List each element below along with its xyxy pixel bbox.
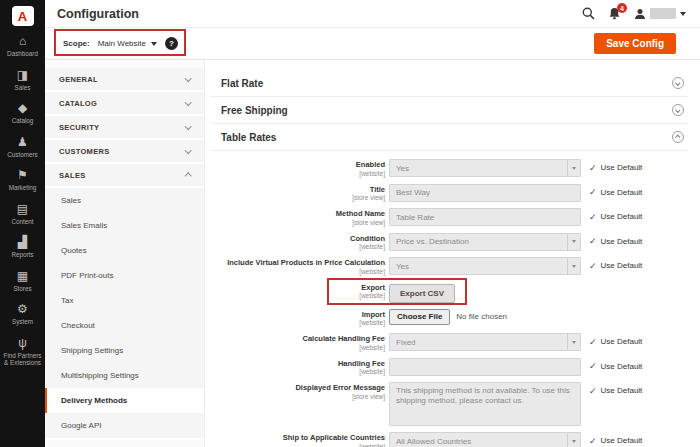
use-default-checkbox[interactable]: ✓ Use Default: [589, 233, 642, 246]
form-row-enabled: Enabled[website] Yes ✓ Use Default: [211, 159, 688, 178]
chevron-down-icon: [680, 12, 686, 16]
use-default-checkbox[interactable]: ✓ Use Default: [589, 432, 642, 445]
handling-fee-input[interactable]: [389, 358, 581, 376]
page-title: Configuration: [57, 7, 139, 21]
sidebar-item-sales[interactable]: ◨ Sales: [0, 64, 45, 98]
config-section-security[interactable]: SECURITY: [45, 116, 204, 140]
checkbox-checked-icon: ✓: [589, 338, 597, 346]
checkbox-checked-icon: ✓: [589, 262, 597, 270]
form-row-import: Import[website] Choose File No file chos…: [211, 309, 688, 328]
chevron-down-icon: [185, 99, 191, 105]
use-default-checkbox[interactable]: ✓ Use Default: [589, 358, 642, 371]
form-row-ship-to-applicable-countries: Ship to Applicable Countries[website] Al…: [211, 432, 688, 447]
section-table-rates[interactable]: Table Rates: [211, 124, 688, 151]
help-icon[interactable]: ?: [165, 37, 178, 50]
sidebar-item-system[interactable]: ⚙ System: [0, 298, 45, 332]
config-section-customers[interactable]: CUSTOMERS: [45, 140, 204, 164]
config-section-catalog[interactable]: CATALOG: [45, 92, 204, 116]
sales-subsections: Sales Sales Emails Quotes PDF Print-outs…: [45, 188, 204, 440]
top-header-bar: Configuration 4: [45, 0, 700, 28]
notification-badge: 4: [617, 3, 627, 13]
dashboard-icon: ⌂: [19, 35, 26, 48]
account-menu[interactable]: [634, 8, 686, 20]
save-config-button[interactable]: Save Config: [594, 33, 676, 54]
method-name-input[interactable]: Table Rate: [389, 208, 581, 226]
collapse-circle-icon: [672, 131, 684, 143]
chevron-down-icon: [567, 234, 580, 250]
chevron-down-icon: [676, 80, 681, 85]
adobe-logo[interactable]: A: [0, 0, 45, 30]
checkbox-checked-icon: ✓: [589, 437, 597, 445]
scope-bar: Scope: Main Website ? Save Config: [45, 28, 700, 60]
form-row-handling-fee: Handling Fee[website] ✓ Use Default: [211, 358, 688, 377]
config-section-general[interactable]: GENERAL: [45, 68, 204, 92]
chevron-down-icon: [567, 334, 580, 350]
condition-select[interactable]: Price vs. Destination: [389, 233, 581, 251]
config-item-google-api[interactable]: Google API: [45, 413, 204, 438]
chevron-down-icon: [151, 42, 157, 46]
section-flat-rate[interactable]: Flat Rate: [211, 70, 688, 97]
config-nav: GENERAL CATALOG SECURITY CUSTOMERS SALES…: [45, 60, 205, 447]
enabled-select[interactable]: Yes: [389, 159, 581, 177]
use-default-checkbox[interactable]: ✓ Use Default: [589, 184, 642, 197]
chevron-down-icon: [185, 123, 191, 129]
config-section-sales[interactable]: SALES: [45, 164, 204, 188]
config-item-sales[interactable]: Sales: [45, 188, 204, 213]
collapse-circle-icon: [672, 77, 684, 89]
include-virtual-products-select[interactable]: Yes: [389, 257, 581, 275]
use-default-checkbox[interactable]: ✓ Use Default: [589, 208, 642, 221]
use-default-checkbox[interactable]: ✓ Use Default: [589, 159, 642, 172]
adobe-logo-box: A: [12, 6, 34, 26]
config-item-tax[interactable]: Tax: [45, 288, 204, 313]
notifications-bell-icon[interactable]: 4: [608, 7, 621, 20]
sidebar-item-dashboard[interactable]: ⌂ Dashboard: [0, 30, 45, 64]
displayed-error-message-textarea[interactable]: This shipping method is not available. T…: [389, 382, 581, 426]
config-item-delivery-methods[interactable]: Delivery Methods: [45, 388, 204, 413]
config-main-panel: Flat Rate Free Shipping Table Rates Enab…: [205, 60, 700, 447]
customers-icon: ♟: [17, 136, 28, 149]
config-item-checkout[interactable]: Checkout: [45, 313, 204, 338]
user-name-redacted: [650, 8, 676, 19]
form-row-calculate-handling-fee: Calculate Handling Fee[website] Fixed ✓ …: [211, 333, 688, 352]
scope-selector[interactable]: Main Website: [98, 39, 157, 48]
config-item-sales-emails[interactable]: Sales Emails: [45, 213, 204, 238]
sidebar-item-stores[interactable]: ▦ Stores: [0, 265, 45, 299]
sidebar-item-reports[interactable]: ▟ Reports: [0, 231, 45, 265]
main-menu-sidebar: A ⌂ Dashboard ◨ Sales ◆ Catalog ♟ Custom…: [0, 0, 45, 447]
chevron-up-icon: [676, 135, 681, 140]
chevron-down-icon: [567, 258, 580, 274]
collapse-circle-icon: [672, 104, 684, 116]
sidebar-item-customers[interactable]: ♟ Customers: [0, 131, 45, 165]
form-row-include-virtual-products: Include Virtual Products in Price Calcul…: [211, 257, 688, 276]
sidebar-item-content[interactable]: ▤ Content: [0, 198, 45, 232]
config-item-quotes[interactable]: Quotes: [45, 238, 204, 263]
use-default-checkbox[interactable]: ✓ Use Default: [589, 333, 642, 346]
section-free-shipping[interactable]: Free Shipping: [211, 97, 688, 124]
file-chosen-status: No file chosen: [456, 312, 507, 321]
checkbox-checked-icon: ✓: [589, 387, 597, 395]
config-item-multishipping-settings[interactable]: Multishipping Settings: [45, 363, 204, 388]
stores-icon: ▦: [17, 270, 28, 283]
sidebar-item-catalog[interactable]: ◆ Catalog: [0, 97, 45, 131]
sidebar-item-find-partners[interactable]: ψ Find Partners & Extensions: [0, 332, 45, 373]
ship-to-applicable-countries-select[interactable]: All Allowed Countries: [389, 432, 581, 447]
scope-value: Main Website: [98, 39, 146, 48]
search-icon[interactable]: [582, 7, 595, 20]
chevron-down-icon: [185, 75, 191, 81]
config-item-shipping-settings[interactable]: Shipping Settings: [45, 338, 204, 363]
checkbox-checked-icon: ✓: [589, 164, 597, 172]
calculate-handling-fee-select[interactable]: Fixed: [389, 333, 581, 351]
choose-file-button[interactable]: Choose File: [389, 309, 450, 325]
config-item-pdf-print-outs[interactable]: PDF Print-outs: [45, 263, 204, 288]
sidebar-item-marketing[interactable]: ⚑ Marketing: [0, 164, 45, 198]
system-icon: ⚙: [17, 303, 28, 316]
title-input[interactable]: Best Way: [389, 184, 581, 202]
plug-icon: ψ: [18, 337, 27, 350]
sales-icon: ◨: [17, 69, 28, 82]
adobe-logo-letter: A: [18, 10, 27, 23]
chevron-down-icon: [185, 147, 191, 153]
use-default-checkbox[interactable]: ✓ Use Default: [589, 257, 642, 270]
form-row-export: Export[website] Export CSV: [211, 282, 688, 303]
export-csv-button[interactable]: Export CSV: [389, 284, 455, 303]
use-default-checkbox[interactable]: ✓ Use Default: [589, 382, 642, 395]
